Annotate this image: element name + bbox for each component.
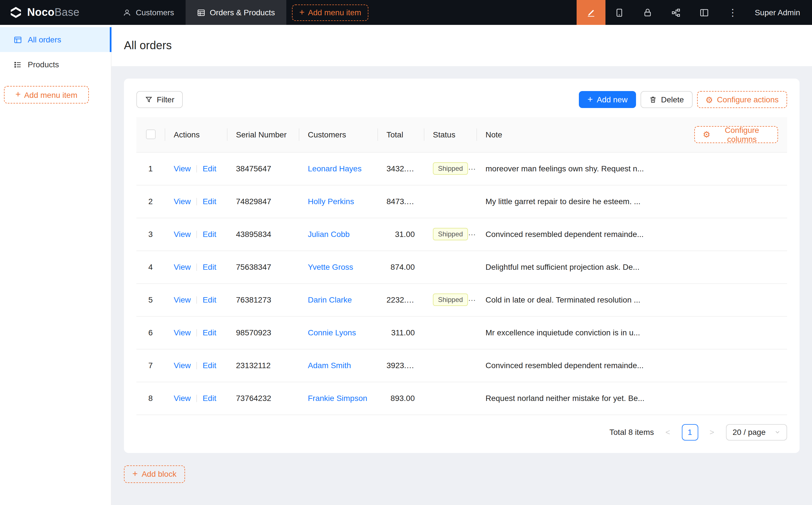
view-link[interactable]: View <box>174 229 191 239</box>
divider <box>196 362 197 369</box>
next-page-button[interactable]: > <box>704 424 720 440</box>
orders-table: Actions Serial Number Customers Total St… <box>136 117 787 415</box>
header-add-menu-item-button[interactable]: + Add menu item <box>292 4 369 21</box>
table-icon <box>14 35 22 44</box>
serial-number-cell: 43895834 <box>227 218 299 250</box>
security-button[interactable] <box>634 0 662 25</box>
view-link[interactable]: View <box>174 393 191 403</box>
edit-link[interactable]: Edit <box>202 328 216 337</box>
delete-button[interactable]: Delete <box>641 91 692 108</box>
configure-columns-button[interactable]: ⚙ Configure columns <box>694 126 778 143</box>
serial-number-cell: 98570923 <box>227 316 299 349</box>
row-index: 5 <box>136 283 165 316</box>
user-menu[interactable]: Super Admin <box>755 8 812 17</box>
view-link[interactable]: View <box>174 263 191 272</box>
add-new-button[interactable]: + Add new <box>579 91 636 108</box>
customer-link[interactable]: Leonard Hayes <box>308 164 362 173</box>
customer-cell: Julian Cobb <box>299 218 377 250</box>
api-button[interactable] <box>662 0 690 25</box>
status-cell <box>424 185 477 218</box>
main-area: All orders Filter + <box>112 25 812 505</box>
mobile-view-button[interactable] <box>605 0 634 25</box>
select-all-checkbox[interactable] <box>146 130 155 139</box>
total-cell: 311.00 <box>377 316 424 349</box>
note-cell: moreover man feelings own shy. Request n… <box>477 152 685 185</box>
divider <box>196 165 197 172</box>
customer-link[interactable]: Holly Perkins <box>308 197 354 206</box>
column-header-status: Status <box>424 117 477 152</box>
edit-link[interactable]: Edit <box>202 164 216 173</box>
row-index: 6 <box>136 316 165 349</box>
edit-link[interactable]: Edit <box>202 229 216 239</box>
serial-number-cell: 75638347 <box>227 250 299 283</box>
total-cell: 2232.00 <box>377 283 424 316</box>
chevron-down-icon <box>775 429 780 435</box>
view-link[interactable]: View <box>174 361 191 370</box>
more-button[interactable]: ⋮ <box>719 0 747 25</box>
layout-button[interactable] <box>690 0 719 25</box>
row-actions: ViewEdit <box>165 185 227 218</box>
divider <box>196 231 197 238</box>
edit-link[interactable]: Edit <box>202 361 216 370</box>
customer-link[interactable]: Connie Lyons <box>308 328 356 337</box>
gear-icon: ⚙ <box>703 130 710 139</box>
customer-link[interactable]: Yvette Gross <box>308 263 353 272</box>
view-link[interactable]: View <box>174 197 191 206</box>
table-icon <box>196 8 205 17</box>
status-cell: Shipped <box>424 218 477 250</box>
row-actions: ViewEdit <box>165 349 227 382</box>
edit-link[interactable]: Edit <box>202 197 216 206</box>
sidebar-item-products[interactable]: Products <box>0 52 111 77</box>
customer-link[interactable]: Darin Clarke <box>308 295 352 304</box>
configure-actions-button[interactable]: ⚙ Configure actions <box>697 91 787 108</box>
nav-tab-customers[interactable]: Customers <box>112 0 185 25</box>
filter-button[interactable]: Filter <box>136 91 183 108</box>
status-cell <box>424 316 477 349</box>
divider <box>196 264 197 271</box>
table-row: 1 ViewEdit 38475647 Leonard Hayes 3432.0… <box>136 152 787 185</box>
status-badge: Shipped <box>433 228 468 240</box>
view-link[interactable]: View <box>174 328 191 337</box>
row-index: 7 <box>136 349 165 382</box>
nav-tab-orders-products[interactable]: Orders & Products <box>185 0 286 25</box>
customer-cell: Holly Perkins <box>299 185 377 218</box>
previous-page-button[interactable]: < <box>660 424 676 440</box>
column-header-customers: Customers <box>299 117 377 152</box>
table-row: 2 ViewEdit 74829847 Holly Perkins 8473.0… <box>136 185 787 218</box>
row-actions: ViewEdit <box>165 250 227 283</box>
sidebar-item-all-orders[interactable]: All orders <box>0 27 111 52</box>
page-number-1[interactable]: 1 <box>682 424 698 440</box>
nocobase-logo[interactable]: NocoBase <box>0 6 112 19</box>
edit-link[interactable]: Edit <box>202 263 216 272</box>
table-row: 3 ViewEdit 43895834 Julian Cobb 31.00 Sh… <box>136 218 787 250</box>
customer-link[interactable]: Frankie Simpson <box>308 393 367 403</box>
customer-cell: Darin Clarke <box>299 283 377 316</box>
sidebar-add-menu-item-button[interactable]: + Add menu item <box>4 86 89 104</box>
view-link[interactable]: View <box>174 295 191 304</box>
plus-icon: + <box>299 8 305 17</box>
add-block-button[interactable]: + Add block <box>124 465 185 483</box>
view-link[interactable]: View <box>174 164 191 173</box>
empty-cell <box>685 283 787 316</box>
customer-link[interactable]: Adam Smith <box>308 361 351 370</box>
row-actions: ViewEdit <box>165 316 227 349</box>
table-row: 6 ViewEdit 98570923 Connie Lyons 311.00 … <box>136 316 787 349</box>
designer-icon <box>586 8 596 17</box>
status-cell <box>424 349 477 382</box>
empty-cell <box>685 349 787 382</box>
customer-link[interactable]: Julian Cobb <box>308 229 350 239</box>
nav-tab-label: Customers <box>136 8 174 17</box>
edit-link[interactable]: Edit <box>202 393 216 403</box>
pagination: Total 8 items < 1 > 20 / page <box>136 424 787 440</box>
edit-link[interactable]: Edit <box>202 295 216 304</box>
status-cell <box>424 250 477 283</box>
ui-editor-button[interactable] <box>577 0 605 25</box>
customer-cell: Leonard Hayes <box>299 152 377 185</box>
page-size-select[interactable]: 20 / page <box>726 424 787 440</box>
nocobase-app: NocoBase Customers Orders & Products + A… <box>0 0 812 505</box>
mobile-device-icon <box>615 8 625 17</box>
note-cell: Convinced resembled dependent remainde..… <box>477 349 685 382</box>
table-row: 8 ViewEdit 73764232 Frankie Simpson 893.… <box>136 382 787 414</box>
column-header-total: Total <box>377 117 424 152</box>
table-row: 4 ViewEdit 75638347 Yvette Gross 874.00 … <box>136 250 787 283</box>
